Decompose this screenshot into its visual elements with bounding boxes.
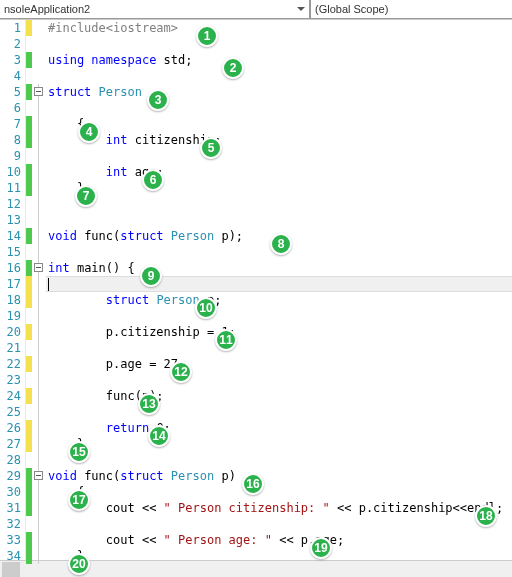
annotation-badge: 2 [222,57,244,79]
line-number-gutter: 1234567891011121314151617181920212223242… [0,20,26,560]
code-line[interactable]: cout << " Person age: " << p.age; [46,532,512,548]
fold-row [32,20,46,36]
fold-row [32,228,46,244]
line-number: 11 [0,180,21,196]
code-line[interactable]: int age; [46,164,512,180]
code-line[interactable] [46,404,512,420]
line-number: 15 [0,244,21,260]
line-number: 30 [0,484,21,500]
fold-row [32,164,46,180]
line-number: 6 [0,100,21,116]
project-dropdown-label: nsoleApplication2 [4,3,90,15]
code-line[interactable] [46,452,512,468]
scope-dropdown[interactable]: (Global Scope) [310,0,512,19]
line-number: 3 [0,52,21,68]
token: void [48,229,84,243]
fold-row [32,324,46,340]
line-number: 19 [0,308,21,324]
annotation-badge: 16 [242,473,264,495]
scrollbar-thumb[interactable] [2,562,20,577]
fold-row [32,388,46,404]
fold-gutter[interactable] [32,20,46,560]
code-line[interactable]: p.age = 27; [46,356,512,372]
token: Person [171,229,222,243]
annotation-badge: 7 [75,185,97,207]
fold-toggle-icon[interactable] [34,263,43,272]
fold-toggle-icon[interactable] [34,87,43,96]
code-line[interactable]: } [46,436,512,452]
code-line[interactable] [46,36,512,52]
token: p) [221,469,235,483]
annotation-badge: 18 [475,505,497,527]
line-number: 21 [0,340,21,356]
fold-row [32,212,46,228]
annotation-badge: 5 [200,137,222,159]
code-line[interactable] [46,516,512,532]
code-line[interactable]: p.citizenship = 1; [46,324,512,340]
fold-row [32,84,46,100]
fold-row [32,516,46,532]
fold-row [32,260,46,276]
line-number: 1 [0,20,21,36]
line-number: 14 [0,228,21,244]
fold-row [32,420,46,436]
annotation-badge: 8 [270,233,292,255]
token: int [106,165,135,179]
code-line[interactable]: cout << " Person citizenship: " << p.cit… [46,500,512,516]
code-line[interactable] [46,340,512,356]
code-line[interactable] [46,372,512,388]
code-line[interactable]: void func(struct Person p) [46,468,512,484]
code-line[interactable] [46,308,512,324]
annotation-badge: 14 [148,425,170,447]
code-line[interactable]: } [46,548,512,564]
code-line[interactable]: struct Person [46,84,512,100]
code-line[interactable] [46,148,512,164]
code-line[interactable]: return 0; [46,420,512,436]
annotation-badge: 15 [68,441,90,463]
chevron-down-icon [297,7,305,11]
code-line[interactable] [46,276,512,292]
code-line[interactable]: { [46,484,512,500]
annotation-badge: 3 [147,89,169,111]
code-line[interactable] [46,196,512,212]
token: func( [84,229,120,243]
line-number: 26 [0,420,21,436]
token: " Person citizenship: " [164,501,330,515]
project-dropdown[interactable]: nsoleApplication2 [0,0,310,19]
line-number: 16 [0,260,21,276]
token: int [106,133,135,147]
token: func( [84,469,120,483]
token: int [48,261,77,275]
line-number: 12 [0,196,21,212]
code-line[interactable]: func(p); [46,388,512,404]
code-line[interactable] [46,212,512,228]
fold-row [32,356,46,372]
fold-row [32,548,46,564]
code-line[interactable]: #include<iostream> [46,20,512,36]
code-line[interactable]: { [46,116,512,132]
code-line[interactable]: int main() { [46,260,512,276]
code-line[interactable]: int citizenship; [46,132,512,148]
fold-row [32,100,46,116]
line-number: 2 [0,36,21,52]
line-number: 28 [0,452,21,468]
line-number: 20 [0,324,21,340]
fold-row [32,244,46,260]
code-line[interactable] [46,100,512,116]
token: struct [106,293,157,307]
fold-row [32,276,46,292]
token: namespace [91,53,163,67]
token: Person [171,469,222,483]
code-line[interactable]: using namespace std; [46,52,512,68]
annotation-badge: 4 [78,121,100,143]
code-line[interactable]: struct Person p; [46,292,512,308]
token: struct [120,229,171,243]
fold-toggle-icon[interactable] [34,471,43,480]
annotation-badge: 12 [170,361,192,383]
token: struct [48,85,99,99]
token: <iostream> [106,21,178,35]
code-line[interactable]: }; [46,180,512,196]
code-area[interactable]: #include<iostream>using namespace std;st… [46,20,512,560]
code-line[interactable] [46,68,512,84]
annotation-badge: 17 [68,489,90,511]
